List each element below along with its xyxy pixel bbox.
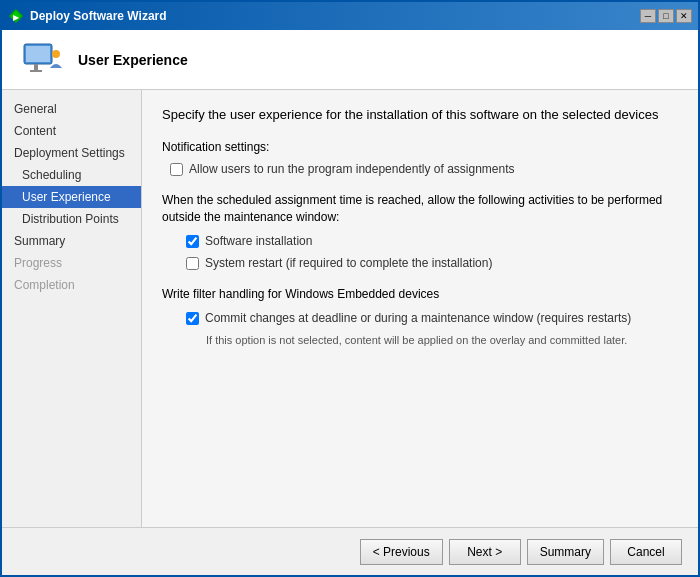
footer: < Previous Next > Summary Cancel	[2, 527, 698, 575]
system-restart-label[interactable]: System restart (if required to complete …	[205, 256, 492, 270]
content-area: Specify the user experience for the inst…	[142, 90, 698, 527]
checkbox-row-3: System restart (if required to complete …	[178, 256, 678, 270]
content-description: Specify the user experience for the inst…	[162, 106, 678, 124]
header-area: User Experience	[2, 30, 698, 90]
commit-changes-checkbox[interactable]	[186, 312, 199, 325]
write-filter-label: Write filter handling for Windows Embedd…	[162, 286, 678, 303]
notification-label: Notification settings:	[162, 140, 678, 154]
sidebar-item-scheduling[interactable]: Scheduling	[2, 164, 141, 186]
checkbox-row-1: Allow users to run the program independe…	[162, 162, 678, 176]
sidebar: General Content Deployment Settings Sche…	[2, 90, 142, 527]
svg-rect-6	[30, 70, 42, 72]
svg-rect-5	[34, 64, 38, 70]
svg-text:▶: ▶	[13, 13, 20, 22]
wizard-title-icon: ▶	[8, 8, 24, 24]
title-controls: ─ □ ✕	[640, 9, 692, 23]
system-restart-checkbox[interactable]	[186, 257, 199, 270]
checkbox-row-2: Software installation	[178, 234, 678, 248]
svg-rect-4	[26, 46, 50, 62]
user-experience-icon	[20, 38, 64, 82]
sidebar-item-content[interactable]: Content	[2, 120, 141, 142]
previous-button[interactable]: < Previous	[360, 539, 443, 565]
deploy-wizard-window: ▶ Deploy Software Wizard ─ □ ✕ User	[0, 0, 700, 577]
header-icon-box	[18, 36, 66, 84]
minimize-button[interactable]: ─	[640, 9, 656, 23]
close-button[interactable]: ✕	[676, 9, 692, 23]
commit-changes-label[interactable]: Commit changes at deadline or during a m…	[205, 311, 631, 325]
sidebar-item-distribution-points[interactable]: Distribution Points	[2, 208, 141, 230]
maximize-button[interactable]: □	[658, 9, 674, 23]
title-bar-left: ▶ Deploy Software Wizard	[8, 8, 167, 24]
sidebar-item-deployment[interactable]: Deployment Settings	[2, 142, 141, 164]
sidebar-item-progress: Progress	[2, 252, 141, 274]
svg-point-7	[52, 50, 60, 58]
sidebar-item-completion: Completion	[2, 274, 141, 296]
sidebar-item-user-experience[interactable]: User Experience	[2, 186, 141, 208]
window-title: Deploy Software Wizard	[30, 9, 167, 23]
allow-run-label[interactable]: Allow users to run the program independe…	[189, 162, 515, 176]
note-text: If this option is not selected, content …	[178, 333, 678, 348]
sidebar-item-summary[interactable]: Summary	[2, 230, 141, 252]
cancel-button[interactable]: Cancel	[610, 539, 682, 565]
checkbox-row-4: Commit changes at deadline or during a m…	[178, 311, 678, 325]
main-content: General Content Deployment Settings Sche…	[2, 90, 698, 527]
maintenance-text: When the scheduled assignment time is re…	[162, 192, 678, 226]
next-button[interactable]: Next >	[449, 539, 521, 565]
sidebar-item-general[interactable]: General	[2, 98, 141, 120]
indented-section-maintenance: Software installation System restart (if…	[162, 234, 678, 270]
title-bar: ▶ Deploy Software Wizard ─ □ ✕	[2, 2, 698, 30]
header-title: User Experience	[78, 52, 188, 68]
summary-button[interactable]: Summary	[527, 539, 604, 565]
allow-run-checkbox[interactable]	[170, 163, 183, 176]
indented-section-write-filter: Commit changes at deadline or during a m…	[162, 311, 678, 348]
software-install-label[interactable]: Software installation	[205, 234, 312, 248]
software-install-checkbox[interactable]	[186, 235, 199, 248]
